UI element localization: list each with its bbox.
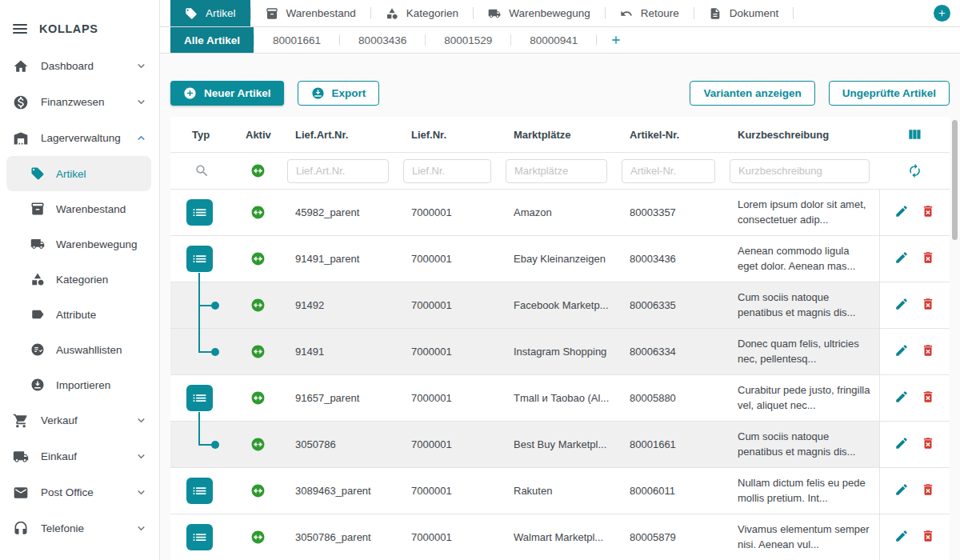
sidebar-item-telefonie[interactable]: Telefonie bbox=[0, 510, 159, 546]
tab-warenbestand[interactable]: Warenbestand bbox=[251, 0, 370, 26]
cell-typ bbox=[170, 422, 233, 467]
cell-lief-nr: 7000001 bbox=[398, 206, 501, 218]
sidebar-item-auswahllisten[interactable]: Auswahllisten bbox=[6, 332, 151, 367]
filter-input-lief-art-nr[interactable] bbox=[287, 159, 389, 183]
filter-input-artikel-nr[interactable] bbox=[622, 159, 715, 183]
filter-input-lief-nr[interactable] bbox=[403, 159, 491, 183]
table-row[interactable]: 30507867000001Best Buy Marketpl...800016… bbox=[170, 422, 950, 468]
edit-button[interactable] bbox=[894, 204, 909, 221]
sidebar-item-warenbestand[interactable]: Warenbestand bbox=[6, 191, 151, 226]
table-row[interactable]: 914917000001Instagram Shopping80006334Do… bbox=[170, 329, 950, 375]
delete-button[interactable] bbox=[921, 436, 935, 453]
delete-button[interactable] bbox=[921, 343, 935, 360]
table-row[interactable]: 91491_parent7000001Ebay Kleinanzeigen800… bbox=[170, 236, 950, 282]
variant-list-button[interactable] bbox=[186, 246, 213, 272]
active-status-icon[interactable] bbox=[250, 344, 266, 359]
column-settings-button[interactable] bbox=[879, 126, 950, 142]
tree-line bbox=[198, 329, 200, 352]
edit-button[interactable] bbox=[894, 529, 909, 546]
cell-marktplaetze: Walmart Marketpl... bbox=[501, 531, 617, 543]
sidebar-item-kategorien[interactable]: Kategorien bbox=[6, 262, 151, 297]
edit-button[interactable] bbox=[894, 482, 909, 499]
edit-button[interactable] bbox=[894, 250, 909, 267]
active-status-icon[interactable] bbox=[250, 251, 266, 266]
active-status-icon[interactable] bbox=[250, 483, 266, 498]
subtab-80003436[interactable]: 80003436 bbox=[340, 27, 425, 53]
edit-button[interactable] bbox=[894, 297, 909, 314]
variant-list-button[interactable] bbox=[186, 385, 213, 411]
sidebar-item-lagerverwaltung[interactable]: Lagerverwaltung bbox=[0, 120, 159, 156]
sidebar-item-importieren[interactable]: Importieren bbox=[6, 367, 151, 402]
tab-dokument[interactable]: Dokument bbox=[694, 0, 794, 26]
sidebar-item-attribute[interactable]: Attribute bbox=[6, 297, 151, 332]
sidebar-item-finanzwesen[interactable]: Finanzwesen bbox=[0, 84, 159, 120]
column-header-lief-nr: Lief.Nr. bbox=[398, 129, 501, 141]
active-status-icon[interactable] bbox=[250, 390, 266, 406]
cell-lief-art-nr: 3089463_parent bbox=[282, 485, 398, 497]
app-title: KOLLAPS bbox=[39, 22, 98, 35]
active-status-icon[interactable] bbox=[250, 298, 266, 313]
filter-cell-marktplaetze bbox=[501, 159, 617, 183]
variant-list-button[interactable] bbox=[186, 199, 213, 226]
sidebar-item-warenbewegung[interactable]: Warenbewegung bbox=[6, 226, 151, 262]
tab-warenbewegung[interactable]: Warenbewegung bbox=[474, 0, 605, 26]
table-row[interactable]: 91657_parent7000001Tmall и Taobao (Al...… bbox=[170, 375, 950, 422]
sidebar-item-einkauf[interactable]: Einkauf bbox=[0, 438, 159, 474]
active-status-icon[interactable] bbox=[250, 437, 266, 452]
edit-pencil-icon bbox=[894, 297, 909, 311]
filter-input-marktplaetze[interactable] bbox=[506, 159, 607, 183]
subtab-80000941[interactable]: 80000941 bbox=[511, 27, 596, 53]
tab-label: Retoure bbox=[641, 7, 679, 19]
active-status-icon[interactable] bbox=[250, 205, 266, 220]
tab-retoure[interactable]: Retoure bbox=[606, 0, 694, 26]
menu-icon[interactable] bbox=[13, 24, 27, 34]
variant-list-button[interactable] bbox=[186, 478, 213, 504]
cell-aktiv bbox=[233, 437, 282, 452]
tab-label: Kategorien bbox=[406, 7, 458, 19]
variant-list-button[interactable] bbox=[186, 524, 213, 550]
subtab-80001661[interactable]: 80001661 bbox=[254, 27, 339, 53]
new-article-button[interactable]: Neuer Artikel bbox=[170, 81, 284, 106]
cell-typ bbox=[170, 190, 233, 235]
unchecked-articles-button[interactable]: Ungeprüfte Artikel bbox=[829, 81, 950, 106]
delete-button[interactable] bbox=[921, 482, 935, 499]
add-subtab-button[interactable] bbox=[597, 27, 635, 53]
delete-button[interactable] bbox=[921, 297, 935, 314]
active-status-icon[interactable] bbox=[250, 530, 266, 545]
edit-button[interactable] bbox=[894, 436, 909, 453]
cell-typ bbox=[170, 375, 233, 421]
subtab-80001529[interactable]: 80001529 bbox=[426, 27, 510, 53]
edit-button[interactable] bbox=[894, 390, 909, 406]
tab-kategorien[interactable]: Kategorien bbox=[371, 0, 473, 26]
subtab-alle-artikel[interactable]: Alle Artikel bbox=[170, 27, 254, 53]
table-row[interactable]: 3089463_parent7000001Rakuten80006011Null… bbox=[170, 468, 950, 514]
delete-button[interactable] bbox=[921, 250, 935, 267]
edit-button[interactable] bbox=[894, 343, 909, 360]
cell-typ bbox=[170, 468, 233, 514]
sidebar-item-artikel[interactable]: Artikel bbox=[6, 156, 151, 191]
sidebar-item-verkauf[interactable]: Verkauf bbox=[0, 402, 159, 438]
filter-aktiv-toggle[interactable] bbox=[233, 163, 282, 178]
column-header-aktiv: Aktiv bbox=[233, 129, 282, 141]
table-row[interactable]: 3050786_parent7000001Walmart Marketpl...… bbox=[170, 514, 950, 560]
show-variants-button[interactable]: Varianten anzeigen bbox=[690, 81, 814, 106]
export-button[interactable]: Export bbox=[298, 81, 380, 106]
table-row[interactable]: 914927000001Facebook Marketp...80006335C… bbox=[170, 282, 950, 329]
delete-button[interactable] bbox=[921, 529, 935, 546]
delete-button[interactable] bbox=[921, 390, 935, 406]
add-tab-button[interactable] bbox=[934, 5, 950, 22]
tab-artikel[interactable]: Artikel bbox=[170, 0, 250, 26]
sidebar-item-post-office[interactable]: Post Office bbox=[0, 474, 159, 510]
delete-button[interactable] bbox=[921, 204, 935, 221]
filter-input-kurzbeschreibung[interactable] bbox=[730, 159, 870, 183]
sidebar-item-dashboard[interactable]: Dashboard bbox=[0, 48, 159, 84]
main-area: ArtikelWarenbestandKategorienWarenbewegu… bbox=[160, 0, 960, 560]
cell-kurzbeschreibung: Curabitur pede justo, fringilla vel, ali… bbox=[725, 383, 879, 412]
refresh-button[interactable] bbox=[879, 163, 950, 178]
delete-trash-icon bbox=[921, 529, 935, 543]
tree-line bbox=[198, 273, 200, 283]
cell-lief-art-nr: 3050786_parent bbox=[282, 531, 398, 543]
table-row[interactable]: 45982_parent7000001Amazon80003357Lorem i… bbox=[170, 190, 950, 236]
sidebar-item-label: Post Office bbox=[41, 486, 122, 498]
vertical-scrollbar-thumb[interactable] bbox=[952, 120, 958, 240]
